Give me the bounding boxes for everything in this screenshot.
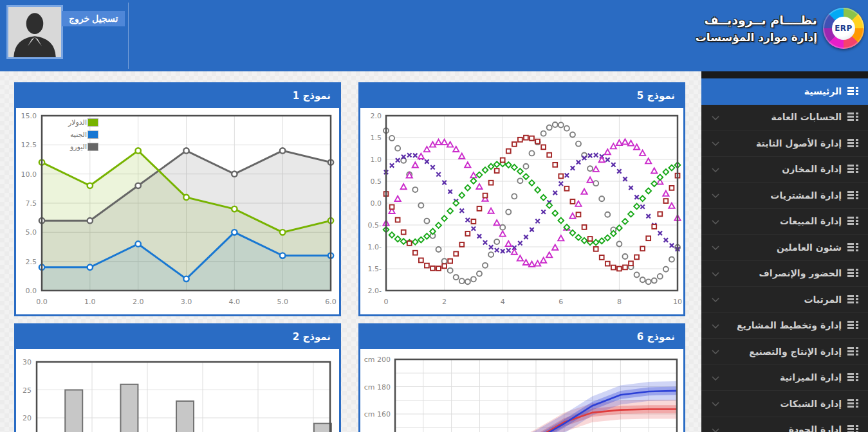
svg-text:0.0: 0.0 xyxy=(26,287,37,295)
svg-text:cm 160: cm 160 xyxy=(364,410,391,419)
sidebar-item-8[interactable]: المرتبات xyxy=(701,287,868,313)
sidebar-item-label: إدارة وتخطيط المشاريع xyxy=(737,320,842,330)
panel-model-6: نموذج 6 cm 200cm 180cm 160 xyxy=(358,323,685,432)
panel-model-5-title: نموذج 5 xyxy=(360,84,683,108)
chevron-down-icon xyxy=(712,428,719,432)
svg-text:6: 6 xyxy=(559,298,563,306)
sidebar-item-9[interactable]: إدارة وتخطيط المشاريع xyxy=(701,313,868,339)
sidebar-item-13[interactable]: إدارة الجودة xyxy=(701,417,868,432)
legend-row: اليورو xyxy=(46,143,98,151)
sidebar-item-label: إدارة المخازن xyxy=(782,164,842,174)
panel-model-5: نموذج 5 2.01.51.00.50.00.5-1.0-1.5-2.0-0… xyxy=(358,82,685,316)
app-header: تسجيل خروج نظــــام بــروديــف إدارة موا… xyxy=(0,0,868,71)
svg-text:5.0: 5.0 xyxy=(277,298,288,306)
svg-text:5.0: 5.0 xyxy=(26,228,37,237)
svg-text:4: 4 xyxy=(501,298,505,306)
svg-text:2.5: 2.5 xyxy=(26,258,37,266)
chevron-down-icon xyxy=(712,324,719,328)
list-icon xyxy=(847,321,858,330)
svg-text:2: 2 xyxy=(442,298,447,306)
chevron-down-icon xyxy=(712,168,719,172)
sidebar-item-label: إدارة الإنتاج والتصنيع xyxy=(749,346,842,357)
chart-model-1-legend: الدولارالجنيهاليورو xyxy=(46,118,98,151)
svg-text:2.0-: 2.0- xyxy=(368,287,382,295)
svg-text:1.0: 1.0 xyxy=(371,156,382,164)
sidebar-item-label: إدارة المشتريات xyxy=(770,190,842,201)
chart-model-5: 2.01.51.00.50.00.5-1.0-1.5-2.0-0246810 xyxy=(360,108,683,314)
sidebar-item-7[interactable]: الحضور والإنصراف xyxy=(701,261,868,287)
sidebar-item-6[interactable]: شئون العاملين xyxy=(701,235,868,261)
svg-text:10: 10 xyxy=(673,298,682,306)
svg-text:0.5-: 0.5- xyxy=(368,221,382,230)
brand-line1: نظــــام بــروديــف xyxy=(696,11,817,29)
svg-text:6.0: 6.0 xyxy=(325,298,337,306)
svg-text:0.0: 0.0 xyxy=(36,298,48,306)
chevron-down-icon xyxy=(712,402,719,406)
erp-logo-icon: ERP xyxy=(823,8,864,49)
svg-text:30: 30 xyxy=(23,358,32,366)
scatter-series-triangle xyxy=(383,139,680,267)
list-icon xyxy=(847,373,858,382)
svg-text:1.5: 1.5 xyxy=(371,134,382,142)
svg-text:4.0: 4.0 xyxy=(229,298,241,306)
chevron-down-icon xyxy=(712,376,719,381)
panel-model-2-title: نموذج 2 xyxy=(16,325,339,349)
sidebar-item-12[interactable]: إدارة الشيكات xyxy=(701,391,868,417)
chart-model-6: cm 200cm 180cm 160 xyxy=(360,349,683,432)
list-icon xyxy=(847,399,858,408)
chevron-down-icon xyxy=(712,350,719,354)
sidebar-item-4[interactable]: إدارة المشتريات xyxy=(701,183,868,209)
list-icon xyxy=(847,165,858,174)
brand-line2: إدارة موارد المؤسسات xyxy=(696,29,817,46)
svg-text:cm 200: cm 200 xyxy=(364,356,391,364)
svg-text:0.5: 0.5 xyxy=(371,177,382,186)
sidebar-item-label: المرتبات xyxy=(804,294,842,305)
sidebar-item-1[interactable]: الحسابات العامة xyxy=(701,105,868,131)
list-icon xyxy=(847,217,858,226)
legend-row: الجنيه xyxy=(46,130,98,139)
list-icon xyxy=(847,295,858,304)
svg-text:15.0: 15.0 xyxy=(21,112,37,120)
sidebar-top-strip xyxy=(701,71,868,78)
sidebar-item-label: إدارة الشيكات xyxy=(780,399,842,409)
list-icon xyxy=(847,243,858,252)
sidebar-item-label: إدارة الميزانية xyxy=(780,372,842,382)
legend-row: الدولار xyxy=(46,118,98,127)
list-icon xyxy=(847,87,858,96)
panel-model-2: نموذج 2 302520151050 xyxy=(14,323,341,432)
user-avatar[interactable] xyxy=(6,5,63,59)
sidebar-item-0[interactable]: الرئيسية xyxy=(701,78,868,105)
svg-text:1.0: 1.0 xyxy=(84,298,96,306)
chevron-down-icon xyxy=(712,298,719,302)
svg-text:10.0: 10.0 xyxy=(21,170,37,179)
list-icon xyxy=(847,139,858,148)
svg-text:2.0: 2.0 xyxy=(371,112,382,120)
sidebar-item-10[interactable]: إدارة الإنتاج والتصنيع xyxy=(701,339,868,365)
svg-text:2.0: 2.0 xyxy=(133,298,144,306)
chevron-down-icon xyxy=(712,116,719,120)
panel-model-6-title: نموذج 6 xyxy=(360,325,683,349)
logout-button[interactable]: تسجيل خروج xyxy=(62,11,125,26)
sidebar-item-2[interactable]: إدارة الأصول الثابتة xyxy=(701,130,868,157)
sidebar-item-5[interactable]: إدارة المبيعات xyxy=(701,209,868,235)
list-icon xyxy=(847,347,858,356)
svg-text:3.0: 3.0 xyxy=(181,298,192,306)
sidebar-item-label: إدارة الأصول الثابتة xyxy=(756,138,842,148)
panel-model-1-title: نموذج 1 xyxy=(16,84,339,108)
sidebar-item-3[interactable]: إدارة المخازن xyxy=(701,157,868,183)
svg-text:25: 25 xyxy=(23,386,32,395)
person-icon xyxy=(8,7,61,57)
svg-text:0: 0 xyxy=(384,298,389,306)
svg-text:12.5: 12.5 xyxy=(21,141,37,149)
chevron-down-icon xyxy=(712,246,719,250)
svg-text:0.0: 0.0 xyxy=(371,199,382,208)
list-icon xyxy=(847,425,858,432)
list-icon xyxy=(847,113,858,122)
svg-text:20: 20 xyxy=(23,414,32,422)
sidebar-item-label: الحضور والإنصراف xyxy=(759,268,842,278)
chart-model-2: 302520151050 xyxy=(16,349,339,432)
brand-title: نظــــام بــروديــف إدارة موارد المؤسسات xyxy=(696,11,817,46)
sidebar-item-label: إدارة المبيعات xyxy=(780,216,842,226)
main-content: نموذج 1 0.02.55.07.510.012.515.00.01.02.… xyxy=(0,71,701,432)
sidebar-item-11[interactable]: إدارة الميزانية xyxy=(701,365,868,392)
